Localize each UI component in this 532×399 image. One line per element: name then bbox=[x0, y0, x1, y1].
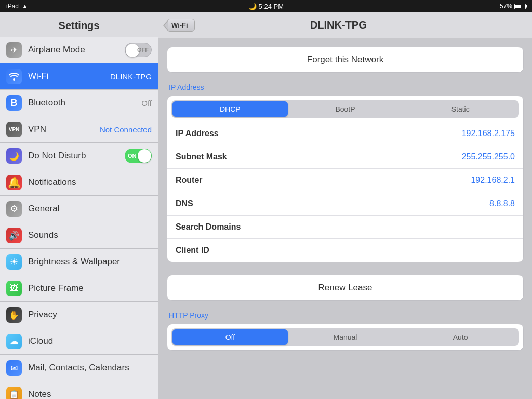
notifications-icon: 🔔 bbox=[6, 175, 22, 190]
sidebar-item-general[interactable]: ⚙ General bbox=[0, 196, 158, 222]
dnd-icon: 🌙 bbox=[6, 148, 22, 164]
http-proxy-section: HTTP Proxy Off Manual Auto bbox=[167, 311, 524, 351]
vpn-value: Not Connected bbox=[100, 125, 152, 134]
sidebar-item-do-not-disturb[interactable]: 🌙 Do Not Disturb ON bbox=[0, 143, 158, 169]
ip-address-value: 192.168.2.175 bbox=[462, 129, 515, 138]
tab-proxy-off[interactable]: Off bbox=[172, 329, 288, 345]
brightness-icon: ☀ bbox=[6, 254, 22, 270]
ip-segmented-control: DHCP BootP Static bbox=[171, 100, 519, 118]
sidebar-item-bluetooth[interactable]: B Bluetooth Off bbox=[0, 90, 158, 116]
detail-header: Wi-Fi DLINK-TPG bbox=[158, 12, 532, 38]
wifi-label: Wi-Fi bbox=[28, 71, 106, 82]
detail-content: Forget this Network IP Address DHCP Boot… bbox=[158, 38, 532, 371]
ip-address-section: IP Address DHCP BootP Static IP Address … bbox=[167, 83, 524, 262]
device-label: iPad bbox=[6, 3, 19, 10]
ip-address-row: IP Address 192.168.2.175 bbox=[167, 122, 523, 145]
proxy-segmented-control: Off Manual Auto bbox=[171, 328, 519, 346]
ip-address-row-label: IP Address bbox=[176, 129, 462, 138]
wifi-back-button[interactable]: Wi-Fi bbox=[167, 19, 195, 32]
sidebar-title: Settings bbox=[0, 12, 158, 37]
sidebar-item-notifications[interactable]: 🔔 Notifications bbox=[0, 169, 158, 196]
notes-label: Notes bbox=[28, 389, 152, 399]
tab-proxy-manual[interactable]: Manual bbox=[288, 329, 403, 345]
sounds-icon: 🔊 bbox=[6, 228, 22, 243]
airplane-mode-toggle[interactable]: OFF bbox=[125, 43, 152, 57]
dns-row-label: DNS bbox=[176, 199, 489, 208]
notes-icon: 📋 bbox=[6, 387, 22, 399]
renew-lease-button[interactable]: Renew Lease bbox=[167, 275, 523, 300]
bluetooth-icon: B bbox=[6, 95, 22, 111]
sidebar-item-icloud[interactable]: ☁ iCloud bbox=[0, 328, 158, 355]
tab-bootp[interactable]: BootP bbox=[288, 101, 403, 117]
mail-icon: ✉ bbox=[6, 360, 22, 376]
dnd-label: Do Not Disturb bbox=[28, 151, 125, 161]
battery-fill bbox=[515, 5, 521, 8]
icloud-label: iCloud bbox=[28, 336, 152, 347]
dnd-toggle[interactable]: ON bbox=[125, 149, 152, 163]
detail-panel: Wi-Fi DLINK-TPG Forget this Network IP A… bbox=[158, 12, 532, 399]
general-icon: ⚙ bbox=[6, 201, 22, 217]
notifications-label: Notifications bbox=[28, 177, 152, 188]
renew-lease-card: Renew Lease bbox=[167, 275, 524, 301]
search-domains-row: Search Domains bbox=[167, 216, 523, 239]
status-bar: iPad ▲ 🌙 5:24 PM 57% bbox=[0, 0, 532, 12]
tab-proxy-auto[interactable]: Auto bbox=[403, 329, 518, 345]
moon-icon: 🌙 bbox=[248, 3, 257, 10]
wifi-status-icon: ▲ bbox=[22, 3, 28, 10]
sidebar-item-brightness[interactable]: ☀ Brightness & Wallpaper bbox=[0, 249, 158, 275]
main-layout: Settings ✈ Airplane Mode OFF Wi-Fi DLINK… bbox=[0, 12, 532, 399]
privacy-icon: ✋ bbox=[6, 307, 22, 323]
mail-label: Mail, Contacts, Calendars bbox=[28, 363, 152, 373]
sidebar-item-privacy[interactable]: ✋ Privacy bbox=[0, 302, 158, 328]
ip-address-section-label: IP Address bbox=[167, 83, 524, 91]
dnd-toggle-knob bbox=[138, 149, 151, 163]
sidebar-item-airplane-mode[interactable]: ✈ Airplane Mode OFF bbox=[0, 37, 158, 63]
bluetooth-label: Bluetooth bbox=[28, 98, 137, 108]
ip-tabs-wrapper: DHCP BootP Static bbox=[167, 96, 523, 122]
router-row: Router 192.168.2.1 bbox=[167, 169, 523, 192]
dns-row: DNS 8.8.8.8 bbox=[167, 192, 523, 216]
privacy-label: Privacy bbox=[28, 310, 152, 320]
sidebar-item-notes[interactable]: 📋 Notes bbox=[0, 381, 158, 399]
wifi-value: DLINK-TPG bbox=[110, 72, 152, 81]
sidebar-item-mail[interactable]: ✉ Mail, Contacts, Calendars bbox=[0, 355, 158, 381]
battery-icon bbox=[514, 4, 526, 9]
dns-value: 8.8.8.8 bbox=[489, 199, 515, 208]
sidebar: Settings ✈ Airplane Mode OFF Wi-Fi DLINK… bbox=[0, 12, 158, 399]
ip-address-card: DHCP BootP Static IP Address 192.168.2.1… bbox=[167, 96, 524, 262]
battery-percentage: 57% bbox=[500, 3, 512, 10]
tab-dhcp[interactable]: DHCP bbox=[172, 101, 288, 117]
forget-network-button[interactable]: Forget this Network bbox=[167, 47, 523, 72]
forget-network-card: Forget this Network bbox=[167, 47, 524, 73]
sounds-label: Sounds bbox=[28, 230, 152, 241]
sidebar-item-picture-frame[interactable]: 🖼 Picture Frame bbox=[0, 275, 158, 302]
sidebar-item-vpn[interactable]: VPN VPN Not Connected bbox=[0, 116, 158, 143]
subnet-mask-row-label: Subnet Mask bbox=[176, 152, 462, 162]
bluetooth-value: Off bbox=[141, 99, 152, 108]
tab-static[interactable]: Static bbox=[403, 101, 518, 117]
general-label: General bbox=[28, 204, 152, 214]
toggle-label: OFF bbox=[137, 47, 149, 53]
sidebar-item-wifi[interactable]: Wi-Fi DLINK-TPG bbox=[0, 63, 158, 90]
pictureframe-label: Picture Frame bbox=[28, 283, 152, 294]
router-value: 192.168.2.1 bbox=[471, 176, 515, 185]
pictureframe-icon: 🖼 bbox=[6, 281, 22, 296]
time-display: 5:24 PM bbox=[259, 3, 284, 10]
wifi-icon bbox=[6, 69, 22, 84]
vpn-label: VPN bbox=[28, 124, 96, 135]
subnet-mask-value: 255.255.255.0 bbox=[462, 152, 515, 162]
airplane-mode-icon: ✈ bbox=[6, 42, 22, 58]
brightness-label: Brightness & Wallpaper bbox=[28, 257, 152, 267]
router-row-label: Router bbox=[176, 176, 471, 185]
http-proxy-label: HTTP Proxy bbox=[167, 311, 524, 320]
proxy-tabs-wrapper: Off Manual Auto bbox=[167, 324, 523, 350]
detail-title: DLINK-TPG bbox=[195, 19, 482, 31]
subnet-mask-row: Subnet Mask 255.255.255.0 bbox=[167, 145, 523, 169]
client-id-label: Client ID bbox=[176, 246, 515, 255]
dnd-toggle-label: ON bbox=[128, 153, 137, 159]
vpn-icon: VPN bbox=[6, 122, 22, 137]
client-id-row: Client ID bbox=[167, 239, 523, 262]
sidebar-item-sounds[interactable]: 🔊 Sounds bbox=[0, 222, 158, 249]
search-domains-label: Search Domains bbox=[176, 222, 515, 232]
http-proxy-card: Off Manual Auto bbox=[167, 324, 524, 351]
